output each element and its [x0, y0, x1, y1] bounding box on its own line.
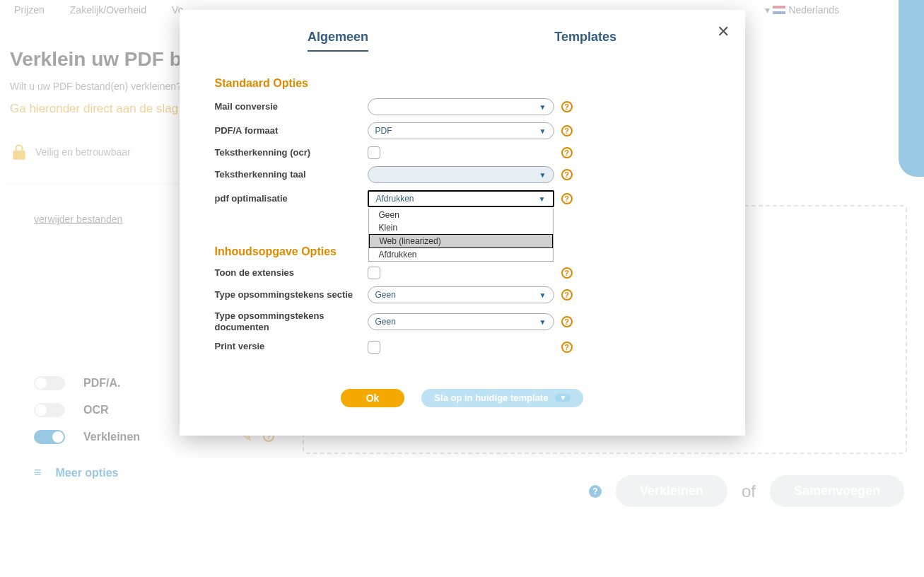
help-icon[interactable]: ? — [561, 267, 573, 279]
select-pdfa-value: PDF — [375, 126, 392, 136]
select-ocr-lang[interactable]: ▼ — [368, 166, 554, 183]
label-optim: pdf optimalisatie — [215, 193, 368, 204]
select-value: Geen — [375, 290, 396, 300]
label-bullets-docs: Type opsommingstekens documenten — [215, 310, 368, 334]
select-bullets-docs[interactable]: Geen▼ — [368, 313, 554, 330]
checkbox-print[interactable] — [368, 341, 380, 354]
label-bullets-section: Type opsommingstekens sectie — [215, 289, 368, 301]
select-bullets-section[interactable]: Geen▼ — [368, 286, 554, 303]
optim-option-small[interactable]: Klein — [369, 221, 553, 234]
help-icon[interactable]: ? — [561, 289, 573, 301]
label-ext: Toon de extensies — [215, 267, 368, 279]
help-icon[interactable]: ? — [561, 316, 573, 327]
settings-modal: ✕ Algemeen Templates Standaard Opties Ma… — [180, 10, 745, 436]
checkbox-ocr[interactable] — [368, 146, 380, 159]
select-optim-value: Afdrukken — [376, 194, 414, 204]
help-icon[interactable]: ? — [561, 125, 573, 136]
save-template-button[interactable]: Sla op in huidige template ▼ — [421, 389, 583, 407]
tab-templates[interactable]: Templates — [554, 30, 616, 52]
chevron-down-icon: ▼ — [539, 171, 546, 179]
chevron-down-icon: ▼ — [539, 127, 546, 135]
optim-dropdown: Geen Klein Web (linearized) Afdrukken — [368, 209, 554, 262]
chevron-down-icon: ▼ — [539, 195, 546, 203]
chevron-down-icon: ▼ — [555, 394, 571, 402]
optim-option-web[interactable]: Web (linearized) — [369, 234, 553, 248]
help-icon[interactable]: ? — [561, 193, 573, 204]
help-icon[interactable]: ? — [561, 342, 573, 353]
help-icon[interactable]: ? — [561, 101, 573, 112]
chevron-down-icon: ▼ — [539, 291, 546, 299]
save-template-label: Sla op in huidige template — [434, 392, 548, 403]
help-icon[interactable]: ? — [561, 169, 573, 180]
label-pdfa: PDF/A formaat — [215, 125, 368, 136]
chevron-down-icon: ▼ — [539, 318, 546, 326]
label-mail: Mail conversie — [215, 101, 368, 112]
select-mail[interactable]: ▼ — [368, 98, 554, 115]
select-pdfa[interactable]: PDF▼ — [368, 122, 554, 139]
help-icon[interactable]: ? — [561, 147, 573, 158]
select-optim[interactable]: Afdrukken ▼ Geen Klein Web (linearized) … — [368, 190, 554, 207]
modal-overlay: ✕ Algemeen Templates Standaard Opties Ma… — [0, 0, 924, 577]
checkbox-ext[interactable] — [368, 267, 380, 279]
close-icon[interactable]: ✕ — [717, 23, 730, 41]
label-ocr-lang: Tekstherkenning taal — [215, 169, 368, 180]
optim-option-none[interactable]: Geen — [369, 209, 553, 221]
optim-option-print[interactable]: Afdrukken — [369, 248, 553, 261]
ok-button[interactable]: Ok — [341, 389, 405, 407]
chevron-down-icon: ▼ — [539, 103, 546, 111]
tab-general[interactable]: Algemeen — [308, 30, 368, 52]
section-standard: Standaard Opties — [215, 77, 710, 90]
label-ocr: Tekstherkenning (ocr) — [215, 147, 368, 158]
label-print: Print versie — [215, 341, 368, 352]
select-value: Geen — [375, 317, 396, 327]
